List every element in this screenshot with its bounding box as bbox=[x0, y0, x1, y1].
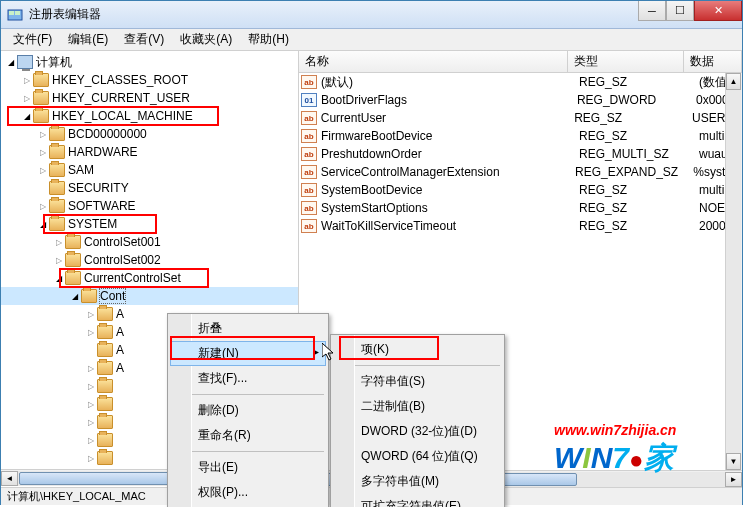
value-type: REG_SZ bbox=[579, 183, 699, 197]
ctx-new[interactable]: 新建(N) bbox=[170, 341, 326, 366]
ctx-delete[interactable]: 删除(D) bbox=[170, 398, 326, 423]
value-type: REG_SZ bbox=[579, 201, 699, 215]
minimize-button[interactable]: ─ bbox=[638, 1, 666, 21]
list-row[interactable]: abSystemBootDeviceREG_SZmulti(0) bbox=[299, 181, 742, 199]
folder-icon bbox=[33, 109, 49, 123]
tree-item[interactable]: HARDWARE bbox=[1, 143, 298, 161]
list-row[interactable]: abPreshutdownOrderREG_MULTI_SZwuause bbox=[299, 145, 742, 163]
folder-icon bbox=[97, 379, 113, 393]
scroll-right-button[interactable]: ► bbox=[725, 472, 742, 487]
expander-icon[interactable] bbox=[21, 74, 33, 86]
computer-icon bbox=[17, 55, 33, 69]
ctx-new-dword[interactable]: DWORD (32-位)值(D) bbox=[333, 419, 502, 444]
expander-icon[interactable] bbox=[37, 200, 49, 212]
list-row[interactable]: abSystemStartOptionsREG_SZ NOEXE bbox=[299, 199, 742, 217]
tree-item[interactable]: SECURITY bbox=[1, 179, 298, 197]
expander-icon[interactable] bbox=[37, 146, 49, 158]
tree-hkcr[interactable]: HKEY_CLASSES_ROOT bbox=[1, 71, 298, 89]
list-body[interactable]: ab(默认)REG_SZ(数值未01BootDriverFlagsREG_DWO… bbox=[299, 73, 742, 235]
tree-root[interactable]: 计算机 bbox=[1, 53, 298, 71]
value-type: REG_SZ bbox=[579, 219, 699, 233]
expander-icon[interactable] bbox=[37, 164, 49, 176]
scroll-down-button[interactable]: ▼ bbox=[726, 453, 741, 470]
close-button[interactable]: ✕ bbox=[694, 1, 742, 21]
expander-icon[interactable] bbox=[85, 434, 97, 446]
expander-icon[interactable] bbox=[85, 380, 97, 392]
list-scrollbar-v[interactable]: ▲ ▼ bbox=[725, 73, 742, 470]
ctx-new-string[interactable]: 字符串值(S) bbox=[333, 369, 502, 394]
list-row[interactable]: abWaitToKillServiceTimeoutREG_SZ2000 bbox=[299, 217, 742, 235]
expander-icon[interactable] bbox=[37, 128, 49, 140]
expander-icon[interactable] bbox=[5, 56, 17, 68]
maximize-button[interactable]: ☐ bbox=[666, 1, 694, 21]
expander-icon[interactable] bbox=[37, 218, 49, 230]
ctx-new-qword[interactable]: QWORD (64 位)值(Q) bbox=[333, 444, 502, 469]
menu-edit[interactable]: 编辑(E) bbox=[60, 29, 116, 50]
string-value-icon: ab bbox=[301, 201, 317, 215]
menu-file[interactable]: 文件(F) bbox=[5, 29, 60, 50]
list-row[interactable]: ab(默认)REG_SZ(数值未 bbox=[299, 73, 742, 91]
folder-icon bbox=[97, 307, 113, 321]
ctx-new-multistring[interactable]: 多字符串值(M) bbox=[333, 469, 502, 494]
expander-icon[interactable] bbox=[53, 254, 65, 266]
folder-icon bbox=[97, 325, 113, 339]
tree-item[interactable]: ControlSet001 bbox=[1, 233, 298, 251]
expander-icon[interactable] bbox=[21, 92, 33, 104]
scroll-left-button[interactable]: ◄ bbox=[1, 471, 18, 486]
expander-icon[interactable] bbox=[85, 416, 97, 428]
ctx-new-key[interactable]: 项(K) bbox=[333, 337, 502, 362]
tree-control[interactable]: Cont bbox=[1, 287, 298, 305]
value-type: REG_MULTI_SZ bbox=[579, 147, 699, 161]
tree-hklm[interactable]: HKEY_LOCAL_MACHINE bbox=[1, 107, 298, 125]
value-type: REG_DWORD bbox=[577, 93, 696, 107]
expander-icon[interactable] bbox=[85, 308, 97, 320]
tree-item[interactable]: ControlSet002 bbox=[1, 251, 298, 269]
ctx-export[interactable]: 导出(E) bbox=[170, 455, 326, 480]
menu-favorites[interactable]: 收藏夹(A) bbox=[172, 29, 240, 50]
tree-item[interactable]: BCD00000000 bbox=[1, 125, 298, 143]
expander-icon[interactable] bbox=[85, 398, 97, 410]
ctx-new-expandstring[interactable]: 可扩充字符串值(E) bbox=[333, 494, 502, 507]
folder-icon bbox=[97, 361, 113, 375]
window-buttons: ─ ☐ ✕ bbox=[638, 1, 742, 21]
ctx-rename[interactable]: 重命名(R) bbox=[170, 423, 326, 448]
tree-hkcu[interactable]: HKEY_CURRENT_USER bbox=[1, 89, 298, 107]
list-row[interactable]: abFirmwareBootDeviceREG_SZmulti(0) bbox=[299, 127, 742, 145]
expander-icon[interactable] bbox=[85, 362, 97, 374]
scroll-up-button[interactable]: ▲ bbox=[726, 73, 741, 90]
expander-icon[interactable] bbox=[53, 272, 65, 284]
string-value-icon: ab bbox=[301, 219, 317, 233]
tree-system[interactable]: SYSTEM bbox=[1, 215, 298, 233]
folder-icon bbox=[33, 73, 49, 87]
list-row[interactable]: 01BootDriverFlagsREG_DWORD0x00000 bbox=[299, 91, 742, 109]
list-row[interactable]: abServiceControlManagerExtensionREG_EXPA… bbox=[299, 163, 742, 181]
expander-icon[interactable] bbox=[85, 326, 97, 338]
titlebar[interactable]: 注册表编辑器 ─ ☐ ✕ bbox=[1, 1, 742, 29]
folder-icon bbox=[49, 181, 65, 195]
folder-icon bbox=[33, 91, 49, 105]
folder-icon bbox=[97, 433, 113, 447]
expander-icon[interactable] bbox=[85, 452, 97, 464]
folder-icon bbox=[65, 253, 81, 267]
folder-icon bbox=[81, 289, 97, 303]
col-type[interactable]: 类型 bbox=[568, 51, 684, 72]
ctx-collapse[interactable]: 折叠 bbox=[170, 316, 326, 341]
value-type: REG_SZ bbox=[579, 129, 699, 143]
string-value-icon: ab bbox=[301, 129, 317, 143]
ctx-find[interactable]: 查找(F)... bbox=[170, 366, 326, 391]
tree-item[interactable]: SOFTWARE bbox=[1, 197, 298, 215]
tree-item[interactable]: SAM bbox=[1, 161, 298, 179]
ctx-new-binary[interactable]: 二进制值(B) bbox=[333, 394, 502, 419]
col-data[interactable]: 数据 bbox=[684, 51, 742, 72]
tree-ccs[interactable]: CurrentControlSet bbox=[1, 269, 298, 287]
col-name[interactable]: 名称 bbox=[299, 51, 568, 72]
expander-icon[interactable] bbox=[69, 290, 81, 302]
menu-help[interactable]: 帮助(H) bbox=[240, 29, 297, 50]
list-row[interactable]: abCurrentUserREG_SZUSERNA bbox=[299, 109, 742, 127]
ctx-permissions[interactable]: 权限(P)... bbox=[170, 480, 326, 505]
value-name: CurrentUser bbox=[321, 111, 574, 125]
expander-icon[interactable] bbox=[53, 236, 65, 248]
menu-view[interactable]: 查看(V) bbox=[116, 29, 172, 50]
expander-icon[interactable] bbox=[21, 110, 33, 122]
value-data: 2000 bbox=[699, 219, 726, 233]
